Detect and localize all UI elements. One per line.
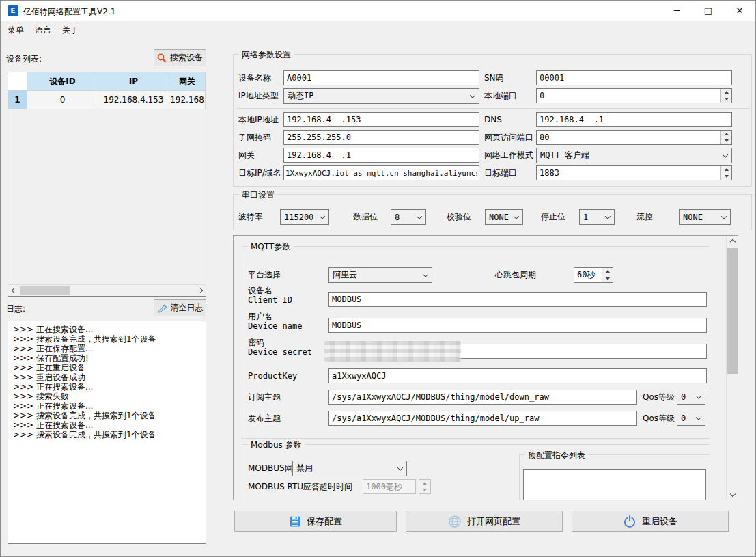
column-header-ip[interactable]: IP	[98, 72, 169, 91]
web-port-value: 80	[537, 131, 720, 144]
save-config-button[interactable]: 保存配置	[234, 511, 397, 532]
log-line: >>> 重启设备成功	[13, 372, 206, 382]
modbus-clipped-spin-buttons	[419, 500, 431, 500]
chevron-down-icon	[320, 213, 325, 219]
gateway-input[interactable]	[283, 148, 479, 163]
client-id-label: 设备名 Client ID	[248, 286, 292, 305]
spin-buttons[interactable]	[720, 166, 731, 180]
power-icon	[623, 515, 636, 528]
scroll-up-icon[interactable]	[727, 236, 738, 247]
work-mode-combo[interactable]: MQTT 客户端	[536, 148, 732, 163]
publish-qos-combo[interactable]: 0	[677, 411, 705, 426]
target-port-spinner[interactable]: 1883	[536, 165, 732, 180]
table-empty-area	[8, 109, 206, 284]
username-field-wrap	[328, 318, 707, 333]
menu-item-menu[interactable]: 菜单	[3, 21, 28, 39]
cell-ip[interactable]: 192.168.4.153	[98, 91, 169, 109]
local-port-value: 0	[537, 89, 720, 103]
sn-input[interactable]	[536, 70, 732, 85]
horizontal-scroll-thumb[interactable]	[20, 286, 70, 295]
chevron-down-icon	[514, 213, 519, 219]
mqtt-modbus-scroll-panel: MQTT参数 平台选择 阿里云 心跳包周期 60秒 设备名 Client ID …	[233, 235, 738, 500]
client-id-input[interactable]	[328, 292, 707, 307]
maximize-button[interactable]: □	[692, 1, 724, 21]
local-port-label: 本地端口	[484, 88, 517, 103]
subscribe-qos-combo[interactable]: 0	[677, 390, 705, 405]
parity-value: NONE	[489, 213, 509, 222]
window-title: 亿佰特网络配置工具V2.1	[23, 6, 115, 18]
minimize-button[interactable]: ─	[661, 1, 692, 21]
scroll-down-icon[interactable]	[727, 488, 738, 500]
scroll-right-icon[interactable]	[194, 285, 206, 297]
group-divider	[236, 108, 750, 109]
ip-type-combo[interactable]: 动态IP	[283, 88, 479, 104]
platform-value: 阿里云	[333, 269, 357, 281]
dns-field-wrap	[536, 112, 732, 127]
password-label: 密码 Device secret	[248, 338, 312, 357]
clear-log-button[interactable]: 清空日志	[154, 299, 206, 316]
table-row[interactable]: 1 0 192.168.4.153 192.168	[8, 91, 206, 109]
flow-control-label: 流控	[636, 209, 653, 225]
globe-icon	[448, 515, 462, 528]
work-mode-value: MQTT 客户端	[540, 150, 589, 161]
local-ip-input[interactable]	[283, 112, 479, 127]
data-bits-combo[interactable]: 8	[391, 209, 426, 225]
heartbeat-value: 60秒	[574, 268, 602, 282]
spin-buttons[interactable]	[602, 268, 613, 282]
cell-gateway[interactable]: 192.168	[169, 91, 206, 109]
ip-type-value: 动态IP	[288, 90, 313, 102]
target-ip-input[interactable]	[283, 165, 479, 180]
publish-qos-value: 0	[681, 413, 686, 423]
modbus-rtu-timeout-spin-buttons	[419, 479, 431, 494]
open-web-config-button[interactable]: 打开网页配置	[406, 511, 563, 532]
dns-input[interactable]	[536, 112, 732, 127]
target-ip-field-wrap	[283, 165, 479, 180]
publish-topic-field-wrap	[328, 411, 637, 426]
device-name-input[interactable]	[283, 70, 479, 85]
vertical-scroll-thumb[interactable]	[727, 248, 738, 374]
log-line: >>> 正在搜索设备...	[13, 420, 206, 430]
column-header-gateway[interactable]: 网关	[169, 72, 206, 91]
stop-bits-label: 停止位	[541, 209, 565, 225]
subscribe-topic-input[interactable]	[328, 390, 637, 405]
username-input[interactable]	[328, 318, 707, 333]
row-number-cell[interactable]: 1	[8, 91, 27, 109]
parity-combo[interactable]: NONE	[485, 209, 523, 225]
scroll-left-icon[interactable]	[8, 285, 20, 297]
restart-device-label: 重启设备	[642, 515, 677, 528]
stop-bits-combo[interactable]: 1	[579, 209, 615, 225]
heartbeat-spinner[interactable]: 60秒	[574, 267, 613, 283]
vertical-scrollbar[interactable]	[726, 236, 738, 500]
ip-type-label: IP地址类型	[238, 88, 279, 104]
log-box[interactable]: >>> 正在搜索设备... >>> 搜索设备完成，共搜索到1个设备 >>> 正在…	[8, 321, 206, 544]
search-device-button[interactable]: 搜索设备	[154, 49, 206, 66]
baud-rate-combo[interactable]: 115200	[280, 209, 329, 225]
sn-label: SN码	[484, 70, 504, 85]
spin-buttons[interactable]	[720, 89, 731, 103]
device-table[interactable]: 设备ID IP 网关 1 0 192.168.4.153 192.168	[8, 72, 206, 297]
username-label-en: Device name	[248, 321, 302, 331]
cell-device-id[interactable]: 0	[27, 91, 98, 109]
web-port-spinner[interactable]: 80	[536, 130, 732, 145]
subnet-label: 子网掩码	[238, 130, 271, 145]
device-name-field-wrap	[283, 70, 479, 85]
subnet-input[interactable]	[283, 130, 479, 145]
spin-buttons[interactable]	[720, 131, 731, 144]
close-button[interactable]: ✕	[724, 1, 755, 21]
column-header-device-id[interactable]: 设备ID	[27, 72, 98, 91]
modbus-gateway-combo[interactable]: 禁用	[292, 461, 407, 476]
network-settings-group: 网络参数设置 设备名称 SN码 IP地址类型 动态IP 本地端口 0 本地IP地…	[233, 54, 752, 187]
publish-qos-label: Qos等级	[643, 411, 675, 426]
preset-command-list[interactable]	[523, 469, 706, 500]
log-line: >>> 正在搜索设备...	[13, 382, 206, 392]
local-port-spinner[interactable]: 0	[536, 88, 732, 103]
table-horizontal-scrollbar[interactable]	[8, 284, 206, 296]
menu-item-language[interactable]: 语言	[31, 21, 55, 39]
publish-topic-input[interactable]	[328, 411, 637, 426]
platform-combo[interactable]: 阿里云	[328, 267, 432, 283]
restart-device-button[interactable]: 重启设备	[572, 511, 729, 532]
menu-item-about[interactable]: 关于	[58, 21, 83, 39]
productkey-label: ProductKey	[248, 368, 297, 383]
productkey-input[interactable]	[328, 368, 707, 383]
flow-control-combo[interactable]: NONE	[679, 209, 731, 225]
